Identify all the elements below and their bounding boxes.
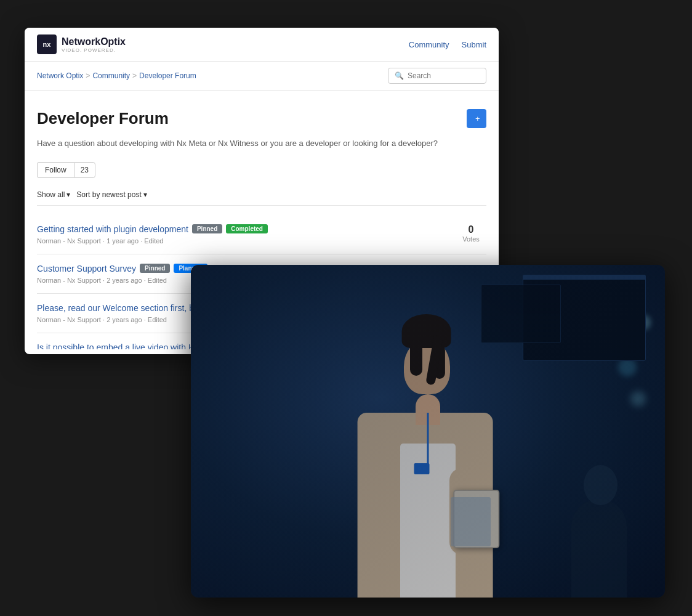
brand-name: NetworkOptix: [62, 36, 126, 47]
post-title-row: Customer Support Survey Pinned Planned: [37, 264, 207, 274]
filter-bar: Show all ▾ Sort by newest post ▾: [37, 190, 486, 206]
tag-completed: Completed: [226, 224, 268, 233]
post-edited: Edited: [148, 316, 167, 323]
breadcrumb-home[interactable]: Network Optix: [37, 71, 83, 80]
breadcrumb-forum[interactable]: Developer Forum: [139, 71, 196, 80]
sort-chevron: ▾: [143, 190, 147, 199]
show-all-label: Show all: [37, 190, 65, 199]
search-input[interactable]: [408, 71, 480, 80]
brand-dark: Optix: [100, 36, 126, 47]
post-left: Getting started with plugin development …: [37, 224, 268, 245]
photo-overlay: [191, 265, 665, 598]
post-author: Norman - Nx Support: [37, 237, 101, 245]
forum-header: Developer Forum +: [37, 109, 486, 128]
follow-count: 23: [74, 162, 95, 178]
breadcrumb-community[interactable]: Community: [92, 71, 130, 80]
post-time: 2 years ago: [107, 277, 142, 284]
forum-title: Developer Forum: [37, 109, 169, 128]
brand-tagline: VIDEO. POWERED.: [62, 47, 126, 53]
post-author: Norman - Nx Support: [37, 277, 101, 284]
vote-label: Votes: [456, 235, 486, 243]
breadcrumb-sep-2: >: [132, 71, 137, 80]
nav-community[interactable]: Community: [409, 40, 449, 49]
search-icon: 🔍: [395, 71, 404, 80]
post-edited: Edited: [148, 277, 167, 284]
show-all-filter[interactable]: Show all ▾: [37, 190, 70, 199]
post-right: 0 Votes: [456, 224, 486, 243]
brand-blue: Network: [62, 36, 100, 47]
tag-pinned: Pinned: [192, 224, 222, 233]
tag-pinned: Pinned: [140, 264, 170, 273]
follow-button[interactable]: Follow: [37, 162, 74, 178]
show-all-chevron: ▾: [66, 190, 70, 199]
post-item: Getting started with plugin development …: [37, 215, 486, 254]
post-time: 1 year ago: [107, 237, 139, 245]
follow-area: Follow 23: [37, 162, 486, 178]
post-author: Norman - Nx Support: [37, 316, 101, 323]
logo-area: nx NetworkOptix VIDEO. POWERED.: [37, 34, 126, 54]
logo-icon: nx: [37, 34, 57, 54]
scene-background: [191, 265, 665, 598]
breadcrumb-sep-1: >: [86, 71, 90, 80]
logo-text-block: NetworkOptix VIDEO. POWERED.: [62, 36, 126, 53]
post-time: 2 years ago: [107, 316, 142, 323]
post-meta: Norman - Nx Support · 2 years ago · Edit…: [37, 277, 207, 284]
logo-nx-text: nx: [43, 41, 51, 48]
post-title-row: Getting started with plugin development …: [37, 224, 268, 234]
site-header: nx NetworkOptix VIDEO. POWERED. Communit…: [25, 28, 499, 62]
search-box: 🔍: [388, 68, 486, 84]
forum-description: Have a question about developing with Nx…: [37, 137, 486, 150]
sort-filter[interactable]: Sort by newest post ▾: [76, 190, 147, 199]
post-meta: Norman - Nx Support · 1 year ago · Edite…: [37, 237, 268, 245]
sort-label: Sort by newest post: [76, 190, 141, 199]
breadcrumb-bar: Network Optix > Community > Developer Fo…: [25, 62, 499, 91]
nav-links: Community Submit: [409, 40, 486, 49]
post-left: Customer Support Survey Pinned Planned N…: [37, 264, 207, 284]
post-title-link[interactable]: Getting started with plugin development: [37, 224, 188, 234]
post-title-link[interactable]: Customer Support Survey: [37, 264, 136, 274]
nav-submit[interactable]: Submit: [462, 40, 486, 49]
post-edited: Edited: [144, 237, 163, 245]
new-post-button[interactable]: +: [467, 109, 486, 128]
breadcrumb: Network Optix > Community > Developer Fo…: [37, 71, 196, 80]
vote-count: 0: [456, 224, 486, 235]
